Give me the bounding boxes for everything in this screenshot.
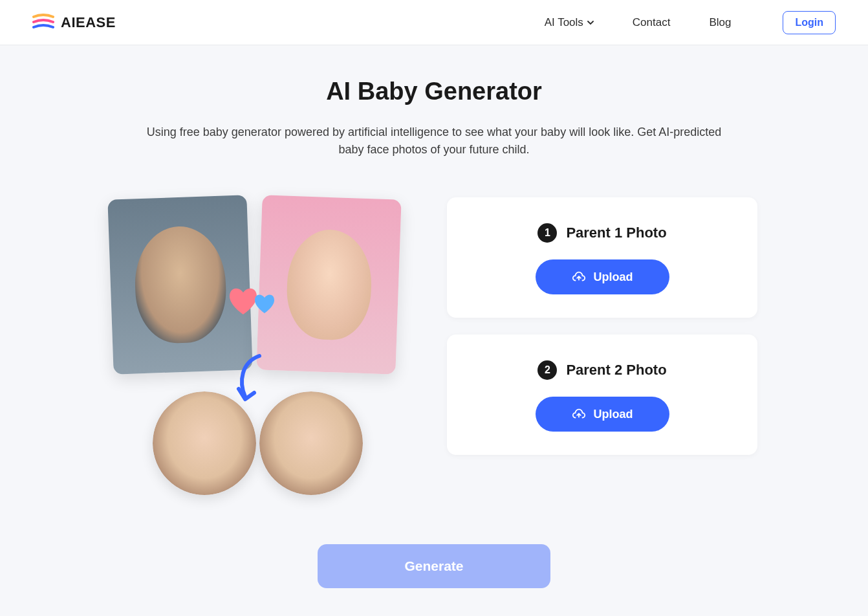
upload-parent-1-button[interactable]: Upload — [536, 259, 669, 294]
generate-button[interactable]: Generate — [318, 544, 550, 588]
card-title: Parent 2 Photo — [566, 362, 666, 379]
step-badge: 1 — [537, 223, 557, 243]
login-button[interactable]: Login — [783, 11, 836, 34]
step-badge: 2 — [537, 360, 557, 380]
cloud-upload-icon — [572, 270, 586, 284]
nav-item-contact[interactable]: Contact — [633, 16, 671, 29]
upload-cards: 1 Parent 1 Photo Upload 2 Parent 2 Photo — [447, 197, 757, 455]
main-content: AI Baby Generator Using free baby genera… — [0, 45, 868, 588]
brand-name: AIEASE — [61, 14, 116, 31]
sample-child-1-image — [153, 391, 256, 495]
upload-label: Upload — [594, 408, 633, 421]
page-title: AI Baby Generator — [326, 78, 542, 105]
nav-label: Contact — [633, 16, 671, 29]
nav-label: Blog — [709, 16, 731, 29]
logo-icon — [32, 14, 54, 32]
chevron-down-icon — [587, 19, 594, 26]
main-nav: AI Tools Contact Blog Login — [545, 11, 836, 34]
hearts-icon — [227, 278, 285, 330]
upload-parent-2-button[interactable]: Upload — [536, 397, 669, 432]
sample-child-2-image — [259, 391, 363, 495]
preview-illustration — [111, 197, 415, 514]
upload-label: Upload — [594, 270, 633, 284]
arrow-down-icon — [233, 353, 266, 404]
nav-item-blog[interactable]: Blog — [709, 16, 731, 29]
parent-1-card: 1 Parent 1 Photo Upload — [447, 197, 757, 318]
content-row: 1 Parent 1 Photo Upload 2 Parent 2 Photo — [111, 197, 757, 514]
parent-2-card: 2 Parent 2 Photo Upload — [447, 335, 757, 455]
site-header: AIEASE AI Tools Contact Blog Login — [0, 0, 868, 45]
card-title: Parent 1 Photo — [566, 225, 666, 241]
card-header: 2 Parent 2 Photo — [537, 360, 666, 380]
nav-item-ai-tools[interactable]: AI Tools — [545, 16, 594, 29]
nav-label: AI Tools — [545, 16, 583, 29]
page-subtitle: Using free baby generator powered by art… — [136, 124, 732, 159]
brand-logo[interactable]: AIEASE — [32, 14, 116, 32]
cloud-upload-icon — [572, 407, 586, 421]
card-header: 1 Parent 1 Photo — [537, 223, 666, 243]
